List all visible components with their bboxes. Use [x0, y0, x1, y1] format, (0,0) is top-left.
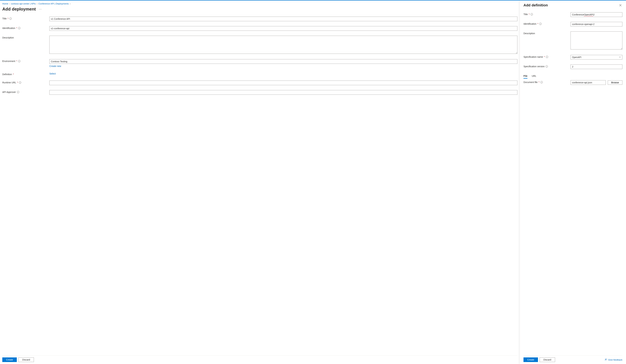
required-star: * [529, 13, 530, 16]
info-icon[interactable]: i [17, 91, 19, 93]
required-star: * [13, 73, 14, 76]
info-icon[interactable]: i [539, 23, 542, 25]
breadcrumb-api-center[interactable]: contoso-api-center | APIs [11, 2, 36, 5]
breadcrumb-separator: › [9, 2, 10, 5]
identification-label: Identification [2, 27, 15, 30]
def-description-textarea[interactable] [571, 32, 622, 49]
breadcrumb-separator: › [70, 2, 71, 5]
create-button[interactable]: Create [2, 357, 17, 362]
required-star: * [7, 17, 8, 20]
side-footer: Create Discard Give feedback [523, 355, 622, 364]
environment-select[interactable]: Contoso Testing [49, 59, 517, 64]
breadcrumb-deployments[interactable]: Conference API | Deployments [39, 2, 69, 5]
info-icon[interactable]: i [531, 13, 533, 15]
give-feedback-link[interactable]: Give feedback [605, 358, 622, 361]
close-button[interactable] [619, 3, 622, 7]
side-create-button[interactable]: Create [523, 357, 538, 362]
tab-url[interactable]: URL [532, 74, 536, 79]
required-star: * [539, 81, 540, 84]
feedback-label: Give feedback [608, 359, 622, 361]
runtime-url-label: Runtime URL [2, 81, 16, 84]
side-discard-button[interactable]: Discard [540, 357, 555, 362]
more-actions-button[interactable]: ··· [39, 7, 42, 11]
description-label: Description [2, 36, 14, 39]
info-icon[interactable]: i [18, 60, 20, 62]
side-pane: Add definition Title * i Conference Open… [520, 0, 626, 364]
def-title-value-spell: OpenAPI [584, 13, 593, 16]
required-star: * [17, 81, 18, 84]
info-icon[interactable]: i [541, 81, 543, 83]
doc-file-value: conference-api.json [572, 81, 592, 84]
doc-file-label: Document file [523, 81, 538, 84]
info-icon[interactable]: i [546, 56, 548, 58]
required-star: * [538, 23, 538, 25]
api-approver-input[interactable] [49, 90, 517, 95]
runtime-url-input[interactable] [49, 81, 517, 85]
info-icon[interactable]: i [18, 27, 20, 29]
tab-file[interactable]: File [523, 74, 527, 79]
side-panel-title: Add definition [523, 3, 548, 7]
spec-name-label: Specification name [523, 56, 543, 58]
environment-value: Contoso Testing [51, 60, 67, 63]
breadcrumb-separator: › [37, 2, 38, 5]
required-star: * [16, 60, 17, 63]
description-textarea[interactable] [49, 36, 517, 54]
browse-button[interactable]: Browse [608, 80, 622, 85]
main-footer: Create Discard [2, 355, 517, 364]
discard-button[interactable]: Discard [18, 357, 34, 362]
doc-file-input[interactable]: conference-api.json [571, 80, 606, 85]
create-new-environment-link[interactable]: Create new [49, 65, 61, 67]
info-icon[interactable]: i [546, 65, 548, 67]
identification-input[interactable] [49, 26, 517, 31]
def-description-label: Description [523, 32, 535, 35]
info-icon[interactable]: i [19, 81, 21, 84]
info-icon[interactable]: i [9, 17, 12, 20]
title-label: Title [2, 17, 6, 20]
def-identification-input[interactable] [571, 22, 622, 27]
breadcrumb-home[interactable]: Home [2, 2, 8, 5]
environment-label: Environment [2, 60, 15, 63]
close-icon [619, 4, 622, 7]
required-star: * [544, 56, 545, 58]
definition-label: Definition [2, 73, 12, 76]
page-title: Add deployment [2, 7, 36, 12]
breadcrumb: Home › contoso-api-center | APIs › Confe… [2, 2, 517, 5]
chevron-down-icon [619, 56, 621, 59]
spec-version-input[interactable] [571, 65, 622, 69]
svg-point-2 [605, 359, 606, 360]
api-approver-label: API Approver [2, 91, 16, 93]
source-tabs: File URL [523, 74, 622, 79]
def-title-label: Title [523, 13, 528, 16]
def-title-value-prefix: Conference [572, 13, 584, 16]
title-input[interactable] [49, 17, 517, 21]
spec-name-select[interactable]: OpenAPI [571, 55, 622, 60]
required-star: * [16, 27, 17, 30]
def-title-value-suffix: 2 [593, 13, 594, 16]
spec-name-value: OpenAPI [572, 56, 581, 59]
def-title-input[interactable]: Conference OpenAPI 2 [571, 12, 622, 17]
def-identification-label: Identification [523, 23, 537, 25]
spec-version-label: Specification version [523, 65, 545, 68]
definition-select-link[interactable]: Select [49, 72, 56, 75]
feedback-icon [605, 358, 607, 361]
main-pane: Home › contoso-api-center | APIs › Confe… [0, 0, 520, 364]
